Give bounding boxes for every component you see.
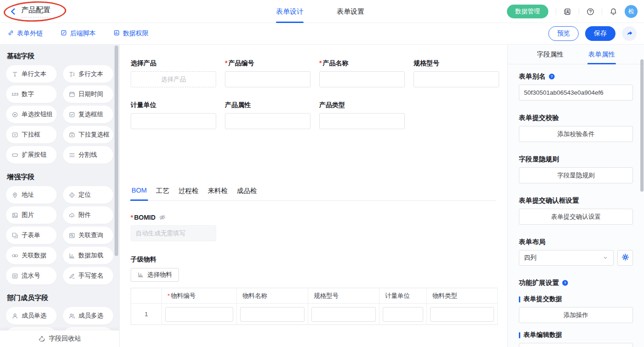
back-icon[interactable] — [9, 7, 17, 16]
sidebar-item-number[interactable]: 123数字 — [6, 85, 57, 103]
field-item-label: 关联数据 — [22, 251, 46, 260]
layout-settings-button[interactable] — [617, 250, 633, 266]
linkdata-icon — [12, 252, 18, 259]
field-input[interactable] — [225, 113, 310, 129]
field-item-label: 多行文本 — [79, 70, 104, 78]
sidebar-item-image[interactable]: 图片 — [6, 206, 57, 224]
subform-tab-bom[interactable]: BOM — [132, 187, 147, 200]
tab-form-properties[interactable]: 表单属性 — [587, 45, 616, 64]
sidebar-item-multi-text[interactable]: 多行文本 — [63, 65, 114, 83]
field-item-label: 附件 — [79, 211, 91, 219]
select-material-button[interactable]: 选择物料 — [131, 268, 179, 282]
table-column-header: *物料编号 — [162, 288, 237, 304]
form-layout-title: 表单布局 — [519, 238, 633, 246]
data-manage-button[interactable]: 数据管理 — [507, 5, 548, 18]
header-actions: 数据管理 检 — [507, 0, 638, 23]
sidebar-item-subform[interactable]: 子表单 — [6, 227, 57, 244]
help-icon[interactable] — [586, 8, 594, 16]
page-title[interactable]: 产品配置 — [21, 6, 51, 17]
tab-field-properties[interactable]: 字段属性 — [536, 45, 564, 64]
subform-tab-成品检[interactable]: 成品检 — [237, 187, 257, 200]
toolbar-link-script[interactable]: 后端脚本 — [60, 29, 96, 38]
help-icon[interactable]: ? — [548, 73, 555, 80]
sidebar-item-dataload[interactable]: 数据加载 — [63, 247, 114, 264]
share-button[interactable] — [622, 26, 637, 41]
cell-input[interactable] — [240, 307, 305, 322]
field-input[interactable] — [131, 113, 216, 129]
bomid-field-label: BOMID — [131, 214, 496, 221]
panel-scrollbar[interactable] — [640, 59, 644, 192]
preview-button[interactable]: 预览 — [548, 26, 579, 41]
field-item-label: 单选按钮组 — [22, 110, 53, 119]
sidebar-item-radio[interactable]: 单选按钮组 — [6, 106, 57, 123]
cell-input[interactable] — [430, 307, 494, 322]
sidebar-item-multiselect[interactable]: 下拉复选框 — [63, 126, 114, 143]
sidebar-item-divider[interactable]: 分割线 — [63, 146, 114, 164]
subform-tab-来料检[interactable]: 来料检 — [208, 187, 228, 200]
bell-icon[interactable] — [610, 8, 617, 16]
contacts-icon[interactable] — [564, 8, 571, 16]
field-input[interactable] — [414, 71, 499, 87]
field-input[interactable] — [225, 71, 310, 87]
sidebar-item-date[interactable]: 日期时间 — [63, 85, 114, 103]
form-alias-input[interactable] — [519, 85, 633, 101]
add-action-button[interactable]: 添加操作 — [519, 307, 633, 323]
add-action-button[interactable]: 添加操作 — [519, 343, 633, 347]
cell-input[interactable] — [165, 307, 233, 322]
permission-icon — [113, 29, 120, 38]
toolbar-link-permission[interactable]: 数据权限 — [113, 29, 149, 38]
toolbar-link-label: 表单外链 — [17, 29, 43, 38]
tab-form-settings[interactable]: 表单设置 — [337, 0, 364, 23]
layout-select[interactable]: 四列 — [519, 250, 614, 266]
panel-section-button[interactable]: 表单提交确认设置 — [519, 209, 633, 225]
product-picker[interactable]: 选择产品 — [131, 71, 216, 87]
canvas-field[interactable]: 产品名称 — [319, 59, 405, 87]
sidebar-item-linkdata[interactable]: 关联数据 — [6, 247, 57, 264]
sidebar-item-single-text[interactable]: 单行文本 — [6, 65, 57, 83]
canvas-field[interactable]: 计量单位 — [131, 101, 216, 129]
toolbar-actions: 预览 保存 — [548, 26, 637, 41]
cell-input[interactable] — [383, 307, 423, 322]
sidebar-scrollbar[interactable] — [115, 46, 118, 256]
field-item-label: 下拉框 — [22, 131, 40, 139]
canvas-field[interactable]: 产品属性 — [225, 101, 310, 129]
help-icon[interactable]: ? — [562, 279, 569, 286]
subform-tab-过程检[interactable]: 过程检 — [178, 187, 199, 200]
sidebar-item-attachment[interactable]: 附件 — [63, 206, 114, 224]
canvas-field-label: 产品编号 — [225, 59, 310, 68]
canvas-field[interactable]: 规格型号 — [414, 59, 499, 87]
avatar[interactable]: 检 — [625, 5, 638, 18]
field-recycle-bin[interactable]: 字段回收站 — [0, 330, 119, 347]
sidebar-item-lookup[interactable]: 关联查询 — [63, 227, 114, 244]
back-nav[interactable]: 产品配置 — [9, 6, 51, 17]
canvas-field[interactable]: 产品类型 — [319, 101, 405, 129]
sidebar-item-location[interactable]: 定位 — [63, 186, 114, 204]
field-input[interactable] — [319, 113, 405, 129]
panel-section-button[interactable]: 添加校验条件 — [519, 126, 633, 142]
sidebar-item-select[interactable]: 下拉框 — [6, 126, 57, 143]
sidebar-item-member-single[interactable]: 成员单选 — [6, 307, 57, 324]
properties-panel: 字段属性 表单属性 表单别名 ? 表单提交校验添加校验条件字段显隐规则字段显隐规… — [508, 45, 644, 347]
field-input[interactable] — [319, 71, 405, 87]
tab-form-design[interactable]: 表单设计 — [276, 0, 304, 23]
chevron-down-icon — [602, 255, 609, 261]
subform-tab-工艺[interactable]: 工艺 — [156, 187, 169, 200]
bomid-input: 自动生成无需填写 — [131, 225, 216, 241]
field-item-label: 数据加载 — [79, 251, 104, 260]
sidebar-item-address[interactable]: 地址 — [6, 186, 57, 204]
sidebar-item-button[interactable]: 扩展按钮 — [6, 146, 57, 164]
canvas-field[interactable]: 选择产品选择产品 — [131, 59, 216, 87]
sidebar-item-signature[interactable]: 手写签名 — [63, 267, 114, 284]
divider — [602, 8, 602, 15]
save-button[interactable]: 保存 — [585, 26, 615, 41]
sidebar-item-member-multi[interactable]: 成员多选 — [63, 307, 114, 324]
sidebar-item-checkbox[interactable]: 复选框组 — [63, 106, 114, 123]
panel-tabs: 字段属性 表单属性 — [508, 45, 644, 64]
panel-section-button[interactable]: 字段显隐规则 — [519, 167, 633, 183]
canvas-field[interactable]: 产品编号 — [225, 59, 310, 87]
cell-input[interactable] — [311, 307, 376, 322]
eye-off-icon — [159, 214, 166, 221]
sidebar-item-serial[interactable]: 流水号 — [6, 267, 57, 284]
sub-material-table: *物料编号物料名称规格型号计量单位物料类型 1 — [131, 288, 498, 325]
toolbar-link-link[interactable]: 表单外链 — [7, 29, 43, 38]
